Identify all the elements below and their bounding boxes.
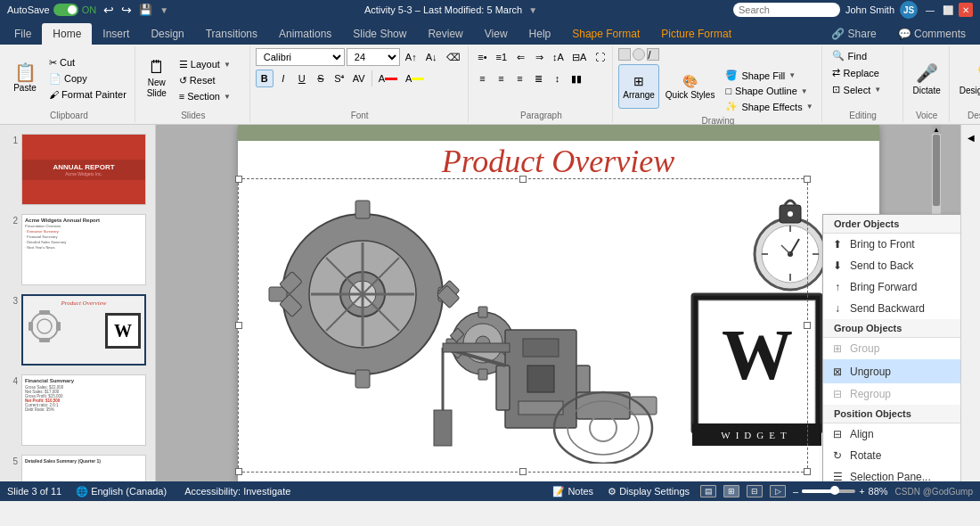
handle-br[interactable] [804,468,811,475]
zoom-slider[interactable] [802,489,855,493]
search-input[interactable] [733,3,840,17]
bold-button[interactable]: B [256,70,274,87]
justify-button[interactable]: ≣ [530,70,548,87]
canvas-area[interactable]: Product Overview [156,125,960,481]
tab-slideshow[interactable]: Slide Show [342,23,417,45]
reading-view-button[interactable]: ▷ [770,485,786,497]
handle-ml[interactable] [235,322,242,329]
slide-thumb-1[interactable]: 1 ANNUAL REPORT Acme Widgets Inc. [4,132,151,207]
tab-home[interactable]: Home [42,23,92,45]
shadow-button[interactable]: S⁴ [331,70,348,87]
scroll-up-button[interactable]: ▲ [932,125,941,134]
shape-rect[interactable] [618,48,631,61]
increase-font-button[interactable]: A↑ [402,48,421,66]
group-item[interactable]: ⊞ Group [823,338,960,359]
paste-button[interactable]: 📋 Paste [7,52,43,105]
numbering-button[interactable]: ≡1 [493,48,511,66]
tab-shape-format[interactable]: Shape Format [561,23,650,45]
handle-tr[interactable] [804,176,811,183]
close-button[interactable]: ✕ [959,3,973,17]
panel-collapse-button[interactable]: ◀ [963,129,979,145]
notes-button[interactable]: 📝 Notes [549,485,597,498]
regroup-item[interactable]: ⊟ Regroup [823,383,960,405]
minimize-button[interactable]: — [923,3,937,17]
display-settings-button[interactable]: ⚙ Display Settings [604,485,693,498]
autosave-area[interactable]: AutoSave ON [7,4,96,16]
layout-button[interactable]: ☰ Layout ▼ [175,57,246,72]
language-button[interactable]: 🌐 English (Canada) [72,485,170,498]
decrease-indent-button[interactable]: ⇐ [511,48,529,66]
accessibility-button[interactable]: Accessibility: Investigate [181,485,294,497]
clear-format-button[interactable]: ⌫ [443,48,464,66]
section-button[interactable]: ≡ Section ▼ [175,89,246,103]
bring-forward-item[interactable]: ↑ Bring Forward [823,276,960,298]
selection-pane-item[interactable]: ☰ Selection Pane... [823,466,960,481]
outline-view-button[interactable]: ⊞ [723,485,739,497]
slide-thumb-3[interactable]: 3 Product Overview [4,292,151,367]
text-direction-button[interactable]: ↕A [549,48,568,66]
dictate-button[interactable]: 🎤 Dictate [909,52,945,105]
tab-transitions[interactable]: Transitions [195,23,268,45]
character-spacing-button[interactable]: AV [349,70,369,87]
ungroup-item[interactable]: ⊠ Ungroup ↖ [823,359,960,383]
scroll-thumb[interactable] [933,135,940,206]
columns-button[interactable]: ▮▮ [568,70,585,87]
line-spacing-button[interactable]: ↕ [549,70,567,87]
strikethrough-button[interactable]: S [312,70,330,87]
highlight-button[interactable]: A [402,70,428,87]
copy-button[interactable]: 📄 Copy [45,71,131,86]
decrease-font-button[interactable]: A↓ [422,48,441,66]
tab-picture-format[interactable]: Picture Format [650,23,742,45]
handle-tl[interactable] [235,176,242,183]
format-painter-button[interactable]: 🖌 Format Painter [45,87,131,102]
select-button[interactable]: ⊡ Select ▼ [828,82,899,97]
tab-help[interactable]: Help [519,23,562,45]
font-family-select[interactable]: Calibri [256,48,345,66]
align-right-button[interactable]: ≡ [511,70,529,87]
cut-button[interactable]: ✂ Cut [45,55,131,70]
new-slide-button[interactable]: 🗒 NewSlide [141,52,173,105]
comments-button[interactable]: 💬 Comments [887,23,976,45]
smartart-button[interactable]: ⛶ [591,48,608,66]
title-dropdown-arrow[interactable]: ▼ [528,5,537,15]
find-button[interactable]: 🔍 Find [828,48,899,63]
send-backward-item[interactable]: ↓ Send Backward [823,298,960,319]
tab-file[interactable]: File [4,23,42,45]
align-center-button[interactable]: ≡ [493,70,510,87]
slide-thumb-5[interactable]: 5 Detailed Sales Summary (Quarter 1) [4,453,151,481]
rotate-item[interactable]: ↻ Rotate ▶ [823,445,960,466]
autosave-toggle[interactable] [53,4,78,16]
handle-bl[interactable] [235,468,242,475]
send-to-back-item[interactable]: ⬇ Send to Back [823,255,960,276]
bring-to-front-item[interactable]: ⬆ Bring to Front [823,234,960,255]
tab-animations[interactable]: Animations [268,23,342,45]
increase-indent-button[interactable]: ⇒ [530,48,548,66]
font-color-button[interactable]: A [375,70,401,87]
undo-icon[interactable]: ↩ [103,3,114,17]
shape-circle[interactable] [633,48,645,61]
italic-button[interactable]: I [274,70,292,87]
shape-effects-button[interactable]: ✨ Shape Effects ▼ [721,99,817,114]
zoom-out-icon[interactable]: – [793,486,798,497]
quick-styles-button[interactable]: 🎨 Quick Styles [661,64,720,109]
zoom-slider-container[interactable]: – + 88% [793,486,888,497]
reset-button[interactable]: ↺ Reset [175,73,246,88]
tab-review[interactable]: Review [417,23,473,45]
tab-design[interactable]: Design [140,23,194,45]
align-text-button[interactable]: ⊟A [568,48,590,66]
arrange-button[interactable]: ⊞ Arrange [618,64,659,109]
bullets-button[interactable]: ≡• [474,48,492,66]
replace-button[interactable]: ⇄ Replace [828,65,899,80]
tab-view[interactable]: View [474,23,519,45]
dropdown-arrow[interactable]: ▼ [159,5,168,15]
share-button[interactable]: 🔗 Share [821,23,886,45]
restore-button[interactable]: ⬜ [941,3,955,17]
redo-icon[interactable]: ↪ [121,3,132,17]
shape-line[interactable]: / [647,48,659,61]
window-controls[interactable]: — ⬜ ✕ [923,3,973,17]
zoom-level[interactable]: 88% [869,486,888,497]
underline-button[interactable]: U [293,70,311,87]
tab-insert[interactable]: Insert [92,23,140,45]
zoom-slider-thumb[interactable] [830,486,839,495]
design-ideas-button[interactable]: 💡 Design Ideas [955,52,980,105]
